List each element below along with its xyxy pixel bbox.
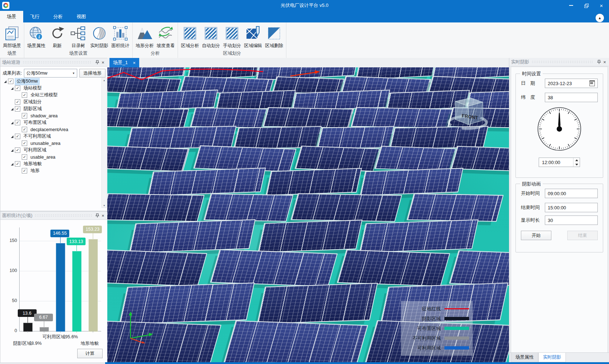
ribbon-button[interactable]: 区域分析 xyxy=(179,23,200,50)
tree-item[interactable]: ✓区域划分 xyxy=(1,99,102,105)
tree-item[interactable]: ✓unusable_area xyxy=(1,140,102,147)
area-bar-chart: 05010015013.66.67146.55133.13153.23可利用区域… xyxy=(3,222,104,343)
expander-icon[interactable] xyxy=(10,121,14,125)
start-button[interactable]: 开始 xyxy=(521,231,551,240)
tree-checkbox[interactable]: ✓ xyxy=(22,127,27,132)
ribbon-button[interactable]: 自动划分 xyxy=(200,23,221,50)
tree-scrollbar[interactable]: ▲ ▼ xyxy=(102,78,107,208)
station-tree: ✓公海50mw✓场站模型✓全站三维模型✓区域划分✓阴影区域✓shadow_are… xyxy=(1,78,102,208)
result-list-dropdown[interactable]: 公海50mw ▼ xyxy=(24,69,77,78)
ribbon-button[interactable]: 区域删除 xyxy=(264,23,285,50)
ribbon-tab-分析[interactable]: 分析 xyxy=(46,11,70,22)
3d-scene-canvas[interactable]: FRONT 征地红线阴影区域可布置区域不可利用区域可利用区域 xyxy=(107,67,509,362)
tree-item[interactable]: ✓usable_area xyxy=(1,154,102,160)
minimize-icon xyxy=(569,5,573,6)
restore-button[interactable] xyxy=(579,0,594,11)
tree-checkbox[interactable]: ✓ xyxy=(22,168,27,173)
start-time-input[interactable]: 09:00:00 xyxy=(545,189,598,198)
tree-checkbox[interactable]: ✓ xyxy=(15,99,20,105)
solar-panel-array xyxy=(407,193,504,222)
legend-swatch xyxy=(444,317,469,320)
expander-icon[interactable] xyxy=(10,107,14,111)
latitude-input[interactable]: 38 xyxy=(545,93,598,102)
tree-item-label: 不可利用区域 xyxy=(22,133,52,140)
ribbon-group-label: 区域划分 xyxy=(179,50,285,58)
close-button[interactable]: × xyxy=(594,0,609,11)
tree-item[interactable]: ✓decplacementArea xyxy=(1,126,102,133)
tree-checkbox[interactable]: ✓ xyxy=(22,141,27,146)
ribbon-button[interactable]: 局部场景 xyxy=(1,23,22,50)
end-time-input[interactable]: 15:00:00 xyxy=(545,203,598,212)
scroll-down-icon[interactable]: ▼ xyxy=(103,204,105,208)
pin-icon[interactable] xyxy=(94,59,100,65)
ribbon-button[interactable]: 手动划分 xyxy=(221,23,243,50)
tree-checkbox[interactable]: ✓ xyxy=(15,106,20,112)
terrain-analysis-icon xyxy=(136,25,153,42)
tree-item[interactable]: ✓阴影区域 xyxy=(1,105,102,112)
calendar-icon[interactable] xyxy=(589,80,595,86)
end-button[interactable]: 结束 xyxy=(567,231,598,240)
compute-button[interactable]: 计算 xyxy=(77,349,103,358)
scroll-up-icon[interactable]: ▲ xyxy=(103,78,105,82)
ribbon-button[interactable]: 面积统计 xyxy=(110,23,131,50)
tree-item[interactable]: ✓shadow_area xyxy=(1,112,102,119)
close-tab-icon[interactable]: × xyxy=(133,60,136,66)
ribbon-tab-场景[interactable]: 场景 xyxy=(0,11,23,22)
ribbon-button[interactable]: 区域编辑 xyxy=(243,23,264,50)
duration-input[interactable]: 30 xyxy=(545,216,598,225)
tree-item[interactable]: ✓不可利用区域 xyxy=(1,133,102,140)
tree-item-label: 可利用区域 xyxy=(22,147,48,154)
bottom-tab-active[interactable]: 实时阴影 xyxy=(538,353,566,362)
ribbon-button[interactable]: 刷新 xyxy=(47,23,68,50)
expander-icon[interactable] xyxy=(3,80,7,83)
ribbon-button[interactable]: 坡度查看 xyxy=(155,23,176,50)
time-spinner[interactable]: 12:00:00 xyxy=(539,158,580,167)
date-input[interactable]: 2023-12-23 xyxy=(545,79,598,88)
ribbon-button[interactable]: i场景属性 xyxy=(26,23,47,50)
legend-row: 征地红线 xyxy=(405,304,469,314)
tree-item[interactable]: ✓地形地貌 xyxy=(1,160,102,167)
navigation-cube[interactable]: FRONT xyxy=(447,89,488,133)
ribbon-button[interactable]: 目录树 xyxy=(68,23,89,50)
collapse-ribbon-button[interactable]: ▲ xyxy=(596,14,604,22)
tree-checkbox[interactable]: ✓ xyxy=(22,154,27,160)
spinner-down-button[interactable] xyxy=(573,162,580,167)
spinner-up-button[interactable] xyxy=(573,158,580,162)
pin-icon[interactable] xyxy=(596,59,602,65)
tree-item[interactable]: ✓公海50mw xyxy=(1,78,102,85)
tree-item[interactable]: ✓全站三维模型 xyxy=(1,92,102,99)
ribbon-tab-视图[interactable]: 视图 xyxy=(70,11,93,22)
tree-checkbox[interactable]: ✓ xyxy=(15,134,20,139)
tree-item[interactable]: ✓可利用区域 xyxy=(1,147,102,154)
tree-item[interactable]: ✓可布置区域 xyxy=(1,119,102,126)
3d-viewport: 场景_1 × FRONT xyxy=(107,58,509,362)
chart-x-tick xyxy=(93,331,93,332)
expander-icon[interactable] xyxy=(10,148,14,152)
select-terrain-button[interactable]: 选择地形 xyxy=(79,69,105,78)
close-panel-icon[interactable]: × xyxy=(100,213,106,218)
tree-checkbox[interactable]: ✓ xyxy=(22,113,27,118)
chart-bar xyxy=(88,239,98,332)
close-panel-icon[interactable]: × xyxy=(602,59,608,65)
duration-label: 显示时长 xyxy=(521,217,541,223)
ribbon-tab-飞行[interactable]: 飞行 xyxy=(23,11,46,22)
expander-icon[interactable] xyxy=(10,162,14,166)
bottom-tab-inactive[interactable]: 场景属性 xyxy=(511,353,538,362)
close-panel-icon[interactable]: × xyxy=(100,59,106,65)
expander-icon[interactable] xyxy=(10,87,14,90)
ribbon-button[interactable]: 实时阴影 xyxy=(89,23,110,50)
tree-item[interactable]: ✓地形 xyxy=(1,167,102,174)
tree-checkbox[interactable]: ✓ xyxy=(22,92,27,98)
ribbon-button[interactable]: 地形分析 xyxy=(134,23,155,50)
expander-icon[interactable] xyxy=(10,135,14,138)
tree-checkbox[interactable]: ✓ xyxy=(15,85,20,91)
scene-tab[interactable]: 场景_1 × xyxy=(109,58,139,67)
tree-checkbox[interactable]: ✓ xyxy=(15,120,20,125)
tree-checkbox[interactable]: ✓ xyxy=(8,79,13,84)
minimize-button[interactable] xyxy=(563,0,579,11)
chart-x-annotation: 阴影区域8.9% xyxy=(13,340,42,347)
pin-icon[interactable] xyxy=(94,213,100,218)
tree-item[interactable]: ✓场站模型 xyxy=(1,85,102,92)
tree-checkbox[interactable]: ✓ xyxy=(15,161,20,167)
tree-checkbox[interactable]: ✓ xyxy=(15,147,20,153)
